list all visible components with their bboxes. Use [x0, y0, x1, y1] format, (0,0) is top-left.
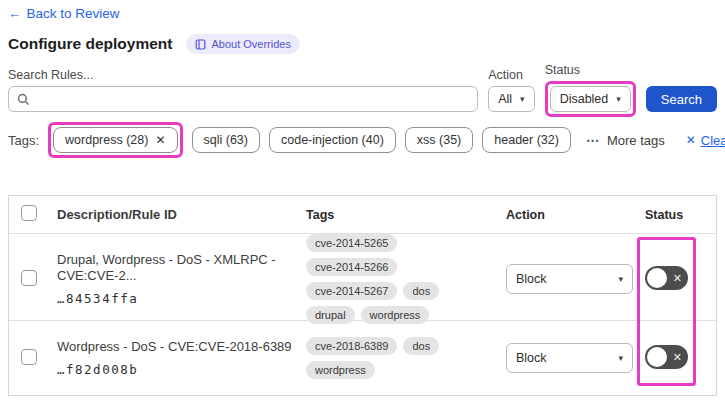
rule-tag-badge: dos	[403, 337, 439, 355]
table-row: Wordpress - DoS - CVE:CVE-2018-6389 …f82…	[9, 321, 716, 395]
toggle-knob	[647, 268, 667, 288]
rule-tag-badge: drupal	[306, 306, 355, 324]
rule-tag-badge: dos	[403, 282, 439, 300]
more-tags-label: More tags	[607, 133, 665, 148]
filter-row: Search Rules... Action All ▾ Status Disa…	[8, 63, 717, 112]
about-overrides-badge[interactable]: About Overrides	[186, 34, 299, 54]
tags-bar: Tags: wordpress (28) ✕ sqli (63) code-in…	[8, 122, 717, 158]
about-overrides-label: About Overrides	[211, 38, 290, 50]
search-input[interactable]	[36, 92, 469, 107]
rule-description: Drupal, Wordpress - DoS - XMLRPC - CVE:C…	[57, 252, 292, 284]
search-rules-field[interactable]	[8, 86, 478, 112]
chevron-down-icon: ▾	[520, 94, 525, 104]
column-header-description: Description/Rule ID	[49, 207, 306, 222]
row-checkbox[interactable]	[21, 349, 37, 365]
chevron-down-icon: ▾	[618, 274, 623, 284]
search-rules-label: Search Rules...	[8, 68, 478, 82]
action-filter-value: All	[498, 92, 512, 106]
rule-action-select[interactable]: Block ▾	[506, 343, 633, 373]
page-title: Configure deployment	[8, 35, 172, 53]
back-arrow-icon: ←	[8, 6, 22, 21]
search-icon	[17, 93, 30, 106]
status-label: Status	[545, 63, 636, 77]
title-row: Configure deployment About Overrides	[8, 34, 717, 54]
select-all-checkbox[interactable]	[21, 205, 37, 221]
tag-filter-sqli[interactable]: sqli (63)	[192, 127, 260, 153]
ellipsis-icon: ⋯	[586, 133, 600, 148]
action-filter-select[interactable]: All ▾	[488, 86, 534, 112]
toggle-off-icon: ✕	[673, 266, 682, 290]
rule-tag-badge: wordpress	[361, 306, 430, 324]
tag-filter-wordpress[interactable]: wordpress (28) ✕	[53, 127, 177, 153]
column-header-tags: Tags	[306, 208, 506, 222]
row-checkbox[interactable]	[21, 270, 37, 286]
back-to-review-link[interactable]: ← Back to Review	[8, 6, 120, 21]
tag-filter-label: header (32)	[494, 133, 559, 147]
toggle-off-icon: ✕	[673, 345, 682, 369]
rules-table: Description/Rule ID Tags Action Status D…	[8, 195, 717, 396]
toggle-knob	[647, 347, 667, 367]
tag-filter-code-injection[interactable]: code-injection (40)	[269, 127, 396, 153]
status-toggle[interactable]: ✕	[645, 266, 688, 290]
status-filter-value: Disabled	[560, 92, 609, 106]
table-header-row: Description/Rule ID Tags Action Status	[9, 196, 716, 234]
chevron-down-icon: ▾	[616, 94, 621, 104]
tag-filter-label: xss (35)	[417, 133, 461, 147]
remove-tag-icon[interactable]: ✕	[155, 133, 165, 147]
rule-action-select[interactable]: Block ▾	[506, 264, 633, 294]
rule-tag-badge: cve-2014-5267	[306, 282, 397, 300]
back-link-label: Back to Review	[27, 6, 120, 21]
rule-id: …84534ffa	[57, 291, 292, 306]
more-tags-button[interactable]: ⋯ More tags	[586, 133, 665, 148]
table-row: Drupal, Wordpress - DoS - XMLRPC - CVE:C…	[9, 234, 716, 321]
status-filter-select[interactable]: Disabled ▾	[550, 86, 631, 112]
book-icon	[195, 39, 206, 50]
column-header-status: Status	[639, 208, 716, 222]
configure-deployment-page: ← Back to Review Configure deployment Ab…	[0, 0, 725, 406]
tag-filter-label: sqli (63)	[204, 133, 248, 147]
status-filter-highlight: Disabled ▾	[545, 81, 636, 117]
tag-filter-label: wordpress (28)	[65, 133, 148, 147]
clear-tags-icon: ✕	[686, 133, 696, 147]
tag-filter-label: code-injection (40)	[281, 133, 384, 147]
selected-tag-highlight: wordpress (28) ✕	[48, 122, 182, 158]
search-button[interactable]: Search	[646, 86, 717, 112]
column-header-action: Action	[506, 208, 639, 222]
chevron-down-icon: ▾	[618, 353, 623, 363]
status-toggle[interactable]: ✕	[645, 345, 688, 369]
tag-filter-header[interactable]: header (32)	[482, 127, 571, 153]
clear-tags-label: Clear tags	[701, 133, 725, 148]
tag-filter-xss[interactable]: xss (35)	[405, 127, 473, 153]
rule-action-value: Block	[516, 351, 547, 365]
rule-id: …f82d008b	[57, 362, 292, 377]
rule-tag-badge: cve-2018-6389	[306, 337, 397, 355]
rule-tag-badge: cve-2014-5266	[306, 258, 397, 276]
clear-tags-button[interactable]: ✕ Clear tags	[686, 133, 725, 148]
rule-action-value: Block	[516, 272, 547, 286]
rule-description: Wordpress - DoS - CVE:CVE-2018-6389	[57, 339, 292, 355]
rule-tag-badge: cve-2014-5265	[306, 234, 397, 252]
tags-label: Tags:	[8, 133, 39, 148]
action-label: Action	[488, 68, 534, 82]
rule-tag-badge: wordpress	[306, 361, 375, 379]
